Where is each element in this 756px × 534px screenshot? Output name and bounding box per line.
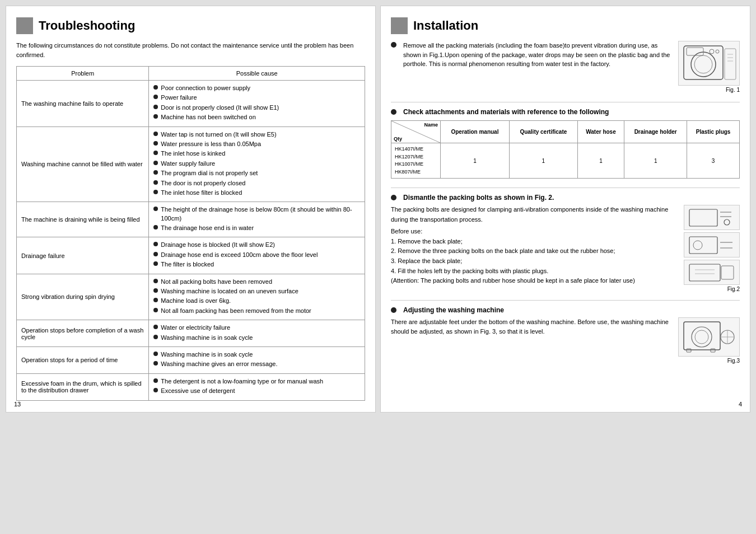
adjust-text: There are adjustable feet under the bott… xyxy=(391,317,673,364)
svg-point-14 xyxy=(724,219,730,225)
cause-text: Machine has not been switched on xyxy=(161,113,255,121)
installation-page: Installation Remove all the packing mate… xyxy=(380,6,750,413)
dismantle-step3: 3. Replace the back plate; xyxy=(391,256,678,266)
install-section-3: Dismantle the packing bolts as shown in … xyxy=(391,194,740,292)
fig3-label: Fig.3 xyxy=(678,358,740,364)
bullet-dot xyxy=(153,114,158,119)
bullet-dot xyxy=(153,180,158,185)
dismantle-svg-3 xyxy=(687,261,737,284)
trouble-causes: The detergent is not a low-foaming type … xyxy=(149,373,365,400)
trouble-problem: The washing machine fails to operate xyxy=(17,81,149,127)
bullet-dot xyxy=(153,95,158,99)
col-cause-header: Possible cause xyxy=(149,67,365,81)
trouble-row: Operation stops before completion of a w… xyxy=(17,320,365,347)
plastic-val: 3 xyxy=(687,143,740,179)
bullet-dot xyxy=(153,132,158,136)
page-number-left: 13 xyxy=(14,401,21,407)
materials-table: Name Qty Operation manual Quality certif… xyxy=(391,120,740,179)
svg-rect-11 xyxy=(689,209,717,226)
svg-rect-20 xyxy=(721,266,734,279)
dismantle-text-block: The packing bolts are designed for clamp… xyxy=(391,205,678,292)
bullet-dot xyxy=(153,170,158,175)
bullet-dot xyxy=(153,151,158,155)
svg-rect-6 xyxy=(725,49,736,79)
cause-item: Drainage hose is blocked (It will show E… xyxy=(153,241,360,249)
bullet-dot xyxy=(153,288,158,293)
trouble-row: Washing machine cannot be filled with wa… xyxy=(17,127,365,202)
svg-rect-3 xyxy=(687,48,703,55)
trouble-table: Problem Possible cause The washing machi… xyxy=(16,66,365,401)
cause-item: The door is not properly closed xyxy=(153,179,360,188)
trouble-causes: Drainage hose is blocked (It will show E… xyxy=(149,237,365,274)
dismantle-step4: 4. Fill the holes left by the packing bo… xyxy=(391,266,678,277)
dismantle-svg-2 xyxy=(687,234,737,256)
page-number-right: 4 xyxy=(739,401,742,407)
dismantle-figs-container: Fig.2 xyxy=(684,205,740,292)
bullet-dot xyxy=(153,207,158,211)
trouble-problem: Strong vibration during spin drying xyxy=(17,274,149,320)
cause-text: The height of the drainage hose is below… xyxy=(161,205,360,223)
trouble-problem: The machine is draining while is being f… xyxy=(17,202,149,237)
op-manual-val: 1 xyxy=(440,143,509,179)
cause-item: Drainage hose end is exceed 100cm above … xyxy=(153,251,360,259)
cause-text: Water pressure is less than 0.05Mpa xyxy=(161,140,261,148)
cause-item: The filter is blocked xyxy=(153,260,360,269)
washer-fig1-svg xyxy=(681,43,737,83)
cause-text: The drainage hose end is in water xyxy=(161,224,254,232)
bullet-dot xyxy=(153,325,158,329)
install-section-1: Remove all the packing materials (includ… xyxy=(391,41,740,93)
cause-item: Washing machine is located on an uneven … xyxy=(153,287,360,296)
dismantle-step1: 1. Remove the back plate; xyxy=(391,237,678,247)
dismantle-img-2 xyxy=(684,232,740,257)
cause-item: The drainage hose end is in water xyxy=(153,224,360,232)
col-problem-header: Problem xyxy=(17,67,149,81)
adjust-img xyxy=(678,317,740,357)
cause-text: Machine load is over 6kg. xyxy=(161,297,231,305)
svg-rect-19 xyxy=(689,264,720,281)
cause-text: Water or electricity failure xyxy=(161,324,230,332)
cause-item: Door is not properly closed (It will sho… xyxy=(153,104,360,112)
bullet-1 xyxy=(391,42,396,48)
trouble-problem: Drainage failure xyxy=(17,237,149,274)
cause-text: Water supply failure xyxy=(161,160,215,168)
install-header-accent-box xyxy=(391,17,408,34)
adjust-fig-container: Fig.3 xyxy=(678,317,740,364)
cause-item: Machine has not been switched on xyxy=(153,113,360,121)
bullet-dot xyxy=(153,225,158,229)
bullet-dot xyxy=(153,361,158,366)
cause-text: The inlet hose is kinked xyxy=(161,149,225,158)
install-header-4: Adjusting the washing machine xyxy=(403,306,504,314)
dismantle-img-3 xyxy=(684,260,740,285)
cause-item: Water pressure is less than 0.05Mpa xyxy=(153,140,360,148)
install-fig1-image xyxy=(678,41,740,86)
install-section-4: Adjusting the washing machine There are … xyxy=(391,306,740,364)
install-section-2: Check attachments and materials with ref… xyxy=(391,108,740,179)
bullet-4 xyxy=(391,307,396,313)
cause-text: Door is not properly closed (It will sho… xyxy=(161,104,279,112)
trouble-problem: Washing machine cannot be filled with wa… xyxy=(17,127,149,202)
cause-text: Not all packing bolts have been removed xyxy=(161,278,272,286)
cause-item: Water tap is not turned on (It will show… xyxy=(153,130,360,139)
col-plastic: Plastic plugs xyxy=(687,121,740,143)
cause-item: The height of the drainage hose is below… xyxy=(153,205,360,223)
install-header-3: Dismantle the packing bolts as shown in … xyxy=(403,194,554,202)
bullet-3 xyxy=(391,195,396,200)
cause-text: Poor connection to power supply xyxy=(161,84,250,92)
col-qty-label: Qty xyxy=(394,136,402,142)
trouble-row: Strong vibration during spin dryingNot a… xyxy=(17,274,365,320)
fig2-label: Fig.2 xyxy=(684,286,740,292)
quality-val: 1 xyxy=(509,143,577,179)
troubleshooting-title: Troubleshooting xyxy=(39,18,135,33)
adjust-svg xyxy=(681,319,737,355)
installation-title: Installation xyxy=(413,18,478,33)
svg-point-5 xyxy=(716,50,719,53)
bullet-2 xyxy=(391,109,396,115)
cause-text: Water tap is not turned on (It will show… xyxy=(161,130,276,139)
dismantle-img-1 xyxy=(684,205,740,230)
install-fig1-container: Fig. 1 xyxy=(678,41,740,93)
cause-text: The program dial is not properly set xyxy=(161,169,258,177)
bullet-dot xyxy=(153,378,158,383)
cause-text: Drainage hose is blocked (It will show E… xyxy=(161,241,275,249)
bullet-dot xyxy=(153,105,158,109)
troubleshooting-header: Troubleshooting xyxy=(16,17,365,34)
